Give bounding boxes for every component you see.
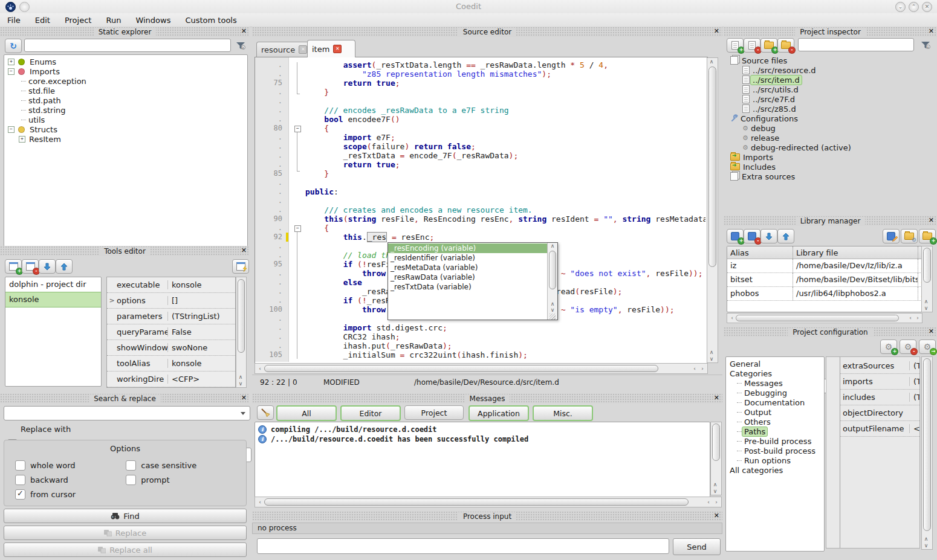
tool-list-item[interactable]: konsole — [5, 292, 101, 307]
code-line[interactable]: { — [305, 224, 705, 233]
code-line[interactable]: this(string resFile, ResEncoding resEnc,… — [305, 214, 705, 224]
code-line[interactable]: CRC32 ihash; — [305, 332, 705, 341]
inspector-filter-input[interactable] — [798, 38, 914, 51]
inspector-item[interactable]: ⚙debug — [727, 123, 933, 133]
menu-edit[interactable]: Edit — [28, 16, 57, 25]
option-prompt[interactable]: prompt — [126, 472, 236, 487]
scroll-left-icon[interactable]: ‹ — [256, 365, 264, 372]
scroll-right-icon[interactable]: › — [712, 499, 721, 505]
code-line[interactable]: assert(_resTxtData.length == _resRawData… — [305, 60, 705, 69]
tree-item[interactable]: −Imports — [4, 66, 247, 76]
resize-grip[interactable] — [550, 314, 556, 320]
code-line[interactable]: import std.digest.crc; — [305, 323, 705, 332]
move-library-down-button[interactable] — [760, 229, 777, 243]
close-panel-icon[interactable]: ✕ — [929, 327, 934, 335]
menu-run[interactable]: Run — [99, 16, 128, 25]
menu-file[interactable]: File — [0, 16, 28, 25]
add-source-button[interactable]: + — [727, 38, 744, 53]
tree-item[interactable]: utils — [4, 115, 247, 124]
close-panel-icon[interactable]: ✕ — [714, 512, 719, 520]
option-whole-word[interactable]: whole word — [15, 458, 126, 472]
tools-props-scrollbar[interactable]: ∧ ∨ — [236, 277, 247, 388]
close-panel-icon[interactable]: ✕ — [241, 394, 247, 402]
property-value[interactable]: (T — [909, 377, 919, 386]
tool-property-row[interactable]: executablekonsole — [107, 277, 235, 293]
code-line[interactable]: scope(failure) return false; — [305, 142, 705, 151]
add-library-button[interactable]: + — [727, 229, 744, 243]
code-line[interactable]: public: — [305, 187, 705, 196]
minimize-button[interactable]: ⌄ — [895, 2, 906, 12]
column-header-alias[interactable]: Alias — [727, 246, 793, 259]
scroll-up-icon[interactable]: ∧ — [236, 374, 245, 380]
tool-property-row[interactable]: toolAliaskonsole — [107, 356, 235, 372]
scroll-right-icon[interactable]: › — [698, 365, 707, 372]
completion-item[interactable]: _resTxtData (variable) — [388, 282, 547, 292]
config-property-row[interactable]: includes(T — [840, 390, 919, 405]
option-case-sensitive[interactable]: case sensitive — [126, 458, 236, 472]
completion-item[interactable]: _resRawData (variable) — [388, 272, 547, 282]
code-line[interactable]: return true; — [305, 79, 705, 88]
scroll-down-icon[interactable]: ∨ — [236, 381, 245, 387]
code-line[interactable]: ihash.put(_resRawData); — [305, 341, 705, 350]
filter-clear-button[interactable]: x — [233, 39, 248, 52]
inspector-item[interactable]: ⚙debug-redirected (active) — [727, 143, 933, 152]
symbol-filter-input[interactable] — [24, 39, 231, 52]
replace-button[interactable]: Replace — [4, 526, 247, 540]
close-tab-icon[interactable]: ✕ — [333, 45, 342, 53]
inspector-item[interactable]: Extra sources — [727, 172, 933, 181]
close-panel-icon[interactable]: ✕ — [714, 27, 719, 35]
config-category[interactable]: All categories — [726, 465, 824, 475]
collapse-icon[interactable]: − — [8, 68, 15, 75]
code-line[interactable]: _initialSum = crc322uint(ihash.finish); — [305, 350, 705, 359]
scroll-down-icon[interactable]: ∨ — [922, 305, 930, 311]
remove-source-button[interactable]: - — [744, 38, 760, 53]
property-value[interactable]: swoNone — [167, 343, 235, 352]
config-category[interactable]: Messages — [726, 378, 824, 388]
add-folder-button[interactable]: + — [760, 38, 777, 53]
close-panel-icon[interactable]: ✕ — [929, 216, 934, 224]
scroll-up-icon[interactable]: ∧ — [551, 243, 555, 249]
inspector-item[interactable]: Includes — [727, 162, 933, 172]
inspector-item[interactable]: Configurations — [727, 114, 933, 123]
clear-messages-button[interactable] — [257, 405, 274, 420]
checkbox[interactable] — [126, 475, 136, 485]
option-backward[interactable]: backward — [15, 472, 126, 487]
close-panel-icon[interactable]: ✕ — [241, 27, 247, 35]
expand-icon[interactable]: + — [8, 59, 15, 65]
add-library-folder-button[interactable]: + — [919, 229, 936, 243]
editor-vscrollbar[interactable]: ∧ ∧ ∨ — [707, 57, 718, 363]
scroll-down-icon[interactable]: ∨ — [707, 356, 716, 362]
library-from-folder-button[interactable]: ⚙ — [901, 229, 918, 243]
move-library-up-button[interactable] — [777, 229, 794, 243]
inspector-item[interactable]: ../src/resource.d — [727, 65, 933, 75]
library-row[interactable]: bitset/home/basile/Dev/Bitset/lib/bitse/… — [727, 273, 922, 287]
tool-list-item[interactable]: dolphin - project dir — [5, 277, 101, 292]
property-value[interactable]: (T — [909, 361, 919, 370]
scroll-down-icon[interactable]: ∨ — [551, 307, 555, 313]
tree-item[interactable]: std.string — [4, 105, 247, 115]
property-value[interactable]: konsole — [167, 359, 235, 368]
scroll-up-icon[interactable]: ∧ — [707, 59, 716, 65]
config-property-row[interactable]: outputFilename<C — [840, 421, 919, 437]
property-value[interactable]: False — [167, 327, 235, 336]
code-line[interactable]: } — [305, 169, 705, 178]
library-row[interactable]: phobos/usr/lib64/libphobos2.a/us — [727, 287, 922, 301]
code-line[interactable]: /// creates and encodes a new resource i… — [305, 205, 705, 214]
completion-item[interactable]: _resMetaData (variable) — [388, 263, 547, 272]
tree-item[interactable]: +Enums — [4, 57, 247, 66]
refresh-button[interactable]: ↻ — [5, 39, 22, 53]
config-category[interactable]: Paths — [726, 426, 824, 436]
scroll-right-icon[interactable]: › — [913, 315, 922, 321]
message-row[interactable]: icompiling /.../build/resource.d.coedit — [255, 425, 710, 434]
completion-item[interactable]: _resIdentifier (variable) — [388, 253, 547, 263]
checkbox[interactable] — [15, 460, 25, 471]
menu-project[interactable]: Project — [57, 16, 99, 25]
inspector-item[interactable]: ../src/z85.d — [727, 104, 933, 114]
scroll-down-icon[interactable]: ∨ — [711, 488, 719, 494]
close-panel-icon[interactable]: ✕ — [714, 394, 719, 402]
process-input-field[interactable] — [257, 538, 669, 554]
code-line[interactable] — [305, 178, 705, 187]
scroll-up-icon[interactable]: ∧ — [551, 301, 555, 307]
popup-scrollbar[interactable]: ∧ ∧ ∨ — [547, 243, 557, 320]
find-button[interactable]: Find — [4, 509, 247, 523]
